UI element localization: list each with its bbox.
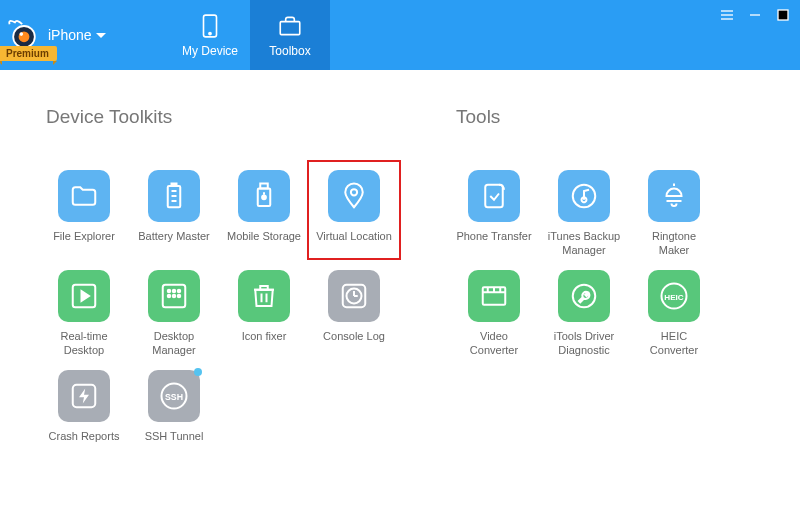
tool-label: Video Converter: [456, 330, 532, 358]
tools-grid: Phone TransferiTunes Backup ManagerRingt…: [456, 170, 756, 358]
svg-rect-6: [280, 21, 300, 34]
toolkit-ssh_tunnel[interactable]: SSHSSH Tunnel: [136, 370, 212, 458]
video-icon: [468, 270, 520, 322]
premium-badge: Premium: [0, 46, 57, 61]
svg-point-21: [351, 189, 357, 195]
wrench-icon: [558, 270, 610, 322]
toolkit-realtime_desktop[interactable]: Real-time Desktop: [46, 270, 122, 358]
svg-point-27: [178, 290, 181, 293]
toolkit-battery_master[interactable]: Battery Master: [136, 170, 212, 258]
toolkit-mobile_storage[interactable]: Mobile Storage: [226, 170, 302, 258]
tool-label: iTunes Backup Manager: [546, 230, 622, 258]
tools-section: Tools Phone TransferiTunes Backup Manage…: [456, 106, 756, 458]
tool-label: Icon fixer: [242, 330, 287, 358]
brand-block[interactable]: iPhone Premium: [0, 0, 170, 70]
heic-icon: HEIC: [648, 270, 700, 322]
tool-label: Phone Transfer: [456, 230, 531, 258]
tool-label: HEIC Converter: [636, 330, 712, 358]
battery-icon: [148, 170, 200, 222]
tool-ringtone_maker[interactable]: Ringtone Maker: [636, 170, 712, 258]
minimize-button[interactable]: [746, 6, 764, 24]
usb-icon: [238, 170, 290, 222]
toolkit-crash_reports[interactable]: Crash Reports: [46, 370, 122, 458]
toolkit-file_explorer[interactable]: File Explorer: [46, 170, 122, 258]
tab-toolbox-label: Toolbox: [269, 44, 310, 58]
device-toolkits-title: Device Toolkits: [46, 106, 416, 128]
trash-icon: [238, 270, 290, 322]
svg-marker-38: [79, 389, 89, 404]
menu-button[interactable]: [718, 6, 736, 24]
flash-icon: [58, 370, 110, 422]
svg-rect-41: [485, 185, 503, 208]
svg-point-26: [173, 290, 176, 293]
svg-point-25: [168, 290, 171, 293]
ssh-icon: SSH: [148, 370, 200, 422]
close-button[interactable]: [774, 6, 792, 24]
tool-label: File Explorer: [53, 230, 115, 258]
tool-label: iTools Driver Diagnostic: [546, 330, 622, 358]
tool-phone_transfer[interactable]: Phone Transfer: [456, 170, 532, 258]
tool-driver_diag[interactable]: iTools Driver Diagnostic: [546, 270, 622, 358]
tool-label: Crash Reports: [49, 430, 120, 458]
chevron-down-icon: [96, 33, 106, 38]
svg-point-5: [209, 32, 211, 34]
svg-point-49: [573, 285, 596, 308]
notification-dot: [194, 368, 202, 376]
svg-rect-11: [778, 10, 788, 20]
tool-label: Virtual Location: [316, 230, 392, 258]
transfer-icon: [468, 170, 520, 222]
svg-point-28: [168, 295, 171, 298]
svg-rect-13: [172, 184, 177, 187]
tool-label: Real-time Desktop: [46, 330, 122, 358]
window-controls: [718, 6, 792, 24]
tool-itunes_backup[interactable]: iTunes Backup Manager: [546, 170, 622, 258]
svg-point-30: [178, 295, 181, 298]
tool-video_converter[interactable]: Video Converter: [456, 270, 532, 358]
tool-label: Console Log: [323, 330, 385, 358]
tab-toolbox[interactable]: Toolbox: [250, 0, 330, 70]
tools-title: Tools: [456, 106, 756, 128]
tab-my-device-label: My Device: [182, 44, 238, 58]
app-header: iPhone Premium My Device Toolbox: [0, 0, 800, 70]
bell-icon: [648, 170, 700, 222]
toolkit-icon_fixer[interactable]: Icon fixer: [226, 270, 302, 358]
tool-label: Battery Master: [138, 230, 210, 258]
tool-label: SSH Tunnel: [145, 430, 204, 458]
itunes-icon: [558, 170, 610, 222]
svg-point-19: [262, 195, 266, 199]
grid-icon: [148, 270, 200, 322]
svg-point-29: [173, 295, 176, 298]
pin-icon: [328, 170, 380, 222]
tool-label: Ringtone Maker: [636, 230, 712, 258]
svg-marker-23: [82, 291, 90, 301]
svg-text:HEIC: HEIC: [664, 293, 684, 302]
svg-text:SSH: SSH: [165, 392, 183, 402]
device-selector-label: iPhone: [48, 27, 92, 43]
play-icon: [58, 270, 110, 322]
content-area: Device Toolkits File ExplorerBattery Mas…: [0, 70, 800, 468]
toolkit-virtual_location[interactable]: Virtual Location: [316, 170, 392, 258]
device-toolkits-grid: File ExplorerBattery MasterMobile Storag…: [46, 170, 416, 458]
clock-icon: [328, 270, 380, 322]
device-toolkits-section: Device Toolkits File ExplorerBattery Mas…: [46, 106, 416, 458]
tab-my-device[interactable]: My Device: [170, 0, 250, 70]
toolkit-console_log[interactable]: Console Log: [316, 270, 392, 358]
header-tabs: My Device Toolbox: [170, 0, 330, 70]
tool-label: Desktop Manager: [136, 330, 212, 358]
toolkit-desktop_manager[interactable]: Desktop Manager: [136, 270, 212, 358]
tool-heic_converter[interactable]: HEICHEIC Converter: [636, 270, 712, 358]
svg-point-3: [20, 32, 24, 36]
svg-rect-18: [260, 184, 268, 189]
tool-label: Mobile Storage: [227, 230, 301, 258]
folder-icon: [58, 170, 110, 222]
